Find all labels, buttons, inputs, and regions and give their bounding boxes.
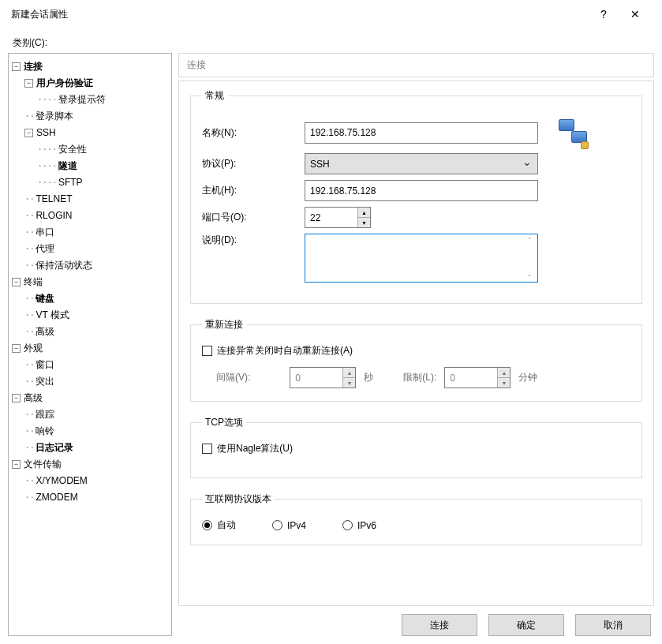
tree-tunnel[interactable]: 隧道 bbox=[58, 158, 77, 174]
limit-input bbox=[445, 368, 497, 388]
label-name: 名称(N): bbox=[202, 126, 305, 140]
tree-trace[interactable]: 跟踪 bbox=[36, 406, 54, 423]
label-limit: 限制(L): bbox=[403, 371, 436, 384]
protocol-select[interactable]: SSH bbox=[305, 153, 538, 174]
reconnect-checkbox[interactable]: 连接异常关闭时自动重新连接(A) bbox=[202, 344, 630, 358]
port-stepper[interactable]: ▲▼ bbox=[305, 207, 371, 228]
radio-auto[interactable]: 自动 bbox=[202, 519, 236, 532]
desc-textarea[interactable] bbox=[305, 234, 538, 283]
chevron-up-icon[interactable]: ˄ bbox=[528, 237, 536, 245]
checkbox-icon[interactable] bbox=[202, 346, 212, 356]
interval-unit: 秒 bbox=[364, 371, 373, 384]
category-label: 类别(C): bbox=[13, 36, 654, 50]
tree-proxy[interactable]: 代理 bbox=[36, 241, 54, 257]
window-title: 新建会话属性 bbox=[11, 8, 588, 21]
tree-logging[interactable]: 日志记录 bbox=[36, 440, 73, 456]
tree-sftp[interactable]: SFTP bbox=[58, 174, 83, 191]
minus-icon[interactable]: − bbox=[12, 278, 21, 286]
category-tree[interactable]: −连接 −用户身份验证 ····登录提示符 ··登录脚本 −SSH bbox=[8, 53, 172, 636]
tree-bell[interactable]: 响铃 bbox=[36, 423, 54, 440]
help-button[interactable]: ? bbox=[588, 8, 619, 21]
minus-icon[interactable]: − bbox=[12, 344, 21, 353]
chevron-up-icon: ▲ bbox=[343, 368, 355, 378]
group-reconnect: 重新连接 连接异常关闭时自动重新连接(A) 间隔(V): ▲▼ 秒 限制(L): bbox=[190, 318, 642, 402]
nagle-checkbox-label: 使用Nagle算法(U) bbox=[217, 442, 293, 455]
tree-login-prompt[interactable]: 登录提示符 bbox=[58, 92, 106, 108]
chevron-down-icon: ▼ bbox=[343, 378, 355, 388]
tree-zmodem[interactable]: ZMODEM bbox=[36, 489, 77, 506]
chevron-down-icon[interactable]: ˅ bbox=[528, 274, 536, 282]
chevron-up-icon[interactable]: ▲ bbox=[358, 208, 370, 218]
minus-icon[interactable]: − bbox=[24, 79, 33, 88]
tree-ssh[interactable]: SSH bbox=[36, 125, 56, 141]
tree-connection[interactable]: 连接 bbox=[24, 58, 43, 75]
limit-unit: 分钟 bbox=[518, 371, 537, 384]
name-input[interactable] bbox=[305, 122, 538, 144]
minus-icon[interactable]: − bbox=[24, 129, 33, 137]
panel-header: 连接 bbox=[178, 53, 654, 77]
interval-stepper: ▲▼ bbox=[290, 367, 356, 388]
host-input[interactable] bbox=[305, 180, 538, 201]
chevron-down-icon: ▼ bbox=[498, 378, 510, 388]
ok-button[interactable]: 确定 bbox=[488, 614, 564, 636]
label-desc: 说明(D): bbox=[202, 234, 305, 247]
tree-file-transfer[interactable]: 文件传输 bbox=[24, 456, 62, 473]
reconnect-checkbox-label: 连接异常关闭时自动重新连接(A) bbox=[217, 344, 353, 358]
group-ipver: 互联网协议版本 自动 IPv4 IPv6 bbox=[190, 492, 642, 545]
tree-advanced-term[interactable]: 高级 bbox=[36, 324, 54, 340]
chevron-up-icon: ▲ bbox=[498, 368, 510, 378]
close-button[interactable]: ✕ bbox=[619, 8, 651, 21]
network-icon bbox=[559, 119, 587, 148]
cancel-button[interactable]: 取消 bbox=[575, 614, 651, 636]
tree-telnet[interactable]: TELNET bbox=[36, 191, 72, 208]
nagle-checkbox[interactable]: 使用Nagle算法(U) bbox=[202, 442, 630, 455]
tree-security[interactable]: 安全性 bbox=[58, 141, 87, 158]
legend-tcp: TCP选项 bbox=[202, 416, 246, 429]
label-host: 主机(H): bbox=[202, 184, 305, 197]
tree-advanced[interactable]: 高级 bbox=[24, 390, 43, 406]
legend-ipver: 互联网协议版本 bbox=[202, 492, 275, 506]
label-protocol: 协议(P): bbox=[202, 157, 305, 170]
minus-icon[interactable]: − bbox=[12, 62, 21, 71]
tree-appearance[interactable]: 外观 bbox=[24, 340, 43, 357]
tree-xymodem[interactable]: X/YMODEM bbox=[36, 473, 87, 489]
tree-keyboard[interactable]: 键盘 bbox=[36, 290, 54, 307]
connect-button[interactable]: 连接 bbox=[402, 614, 477, 636]
limit-stepper: ▲▼ bbox=[444, 367, 511, 388]
minus-icon[interactable]: − bbox=[12, 460, 21, 469]
tree-rlogin[interactable]: RLOGIN bbox=[36, 208, 72, 224]
legend-reconnect: 重新连接 bbox=[202, 318, 246, 331]
chevron-down-icon[interactable]: ▼ bbox=[358, 218, 370, 227]
tree-serial[interactable]: 串口 bbox=[36, 224, 54, 241]
tree-window[interactable]: 窗口 bbox=[36, 357, 54, 373]
tree-highlight[interactable]: 突出 bbox=[36, 373, 54, 390]
radio-ipv6[interactable]: IPv6 bbox=[342, 520, 376, 531]
port-input[interactable] bbox=[305, 208, 357, 227]
tree-keepalive[interactable]: 保持活动状态 bbox=[36, 257, 92, 274]
radio-ipv4[interactable]: IPv4 bbox=[272, 520, 306, 531]
group-general: 常规 名称(N): 协议(P): SSH bbox=[190, 89, 642, 304]
checkbox-icon[interactable] bbox=[202, 444, 212, 454]
label-port: 端口号(O): bbox=[202, 211, 305, 224]
titlebar: 新建会话属性 ? ✕ bbox=[0, 0, 662, 28]
label-interval: 间隔(V): bbox=[216, 371, 250, 384]
tree-user-auth[interactable]: 用户身份验证 bbox=[36, 75, 93, 92]
tree-login-script[interactable]: 登录脚本 bbox=[36, 108, 73, 125]
tree-terminal[interactable]: 终端 bbox=[24, 274, 43, 290]
legend-general: 常规 bbox=[202, 89, 227, 103]
tree-vtmode[interactable]: VT 模式 bbox=[36, 307, 69, 324]
interval-input bbox=[290, 368, 342, 388]
minus-icon[interactable]: − bbox=[12, 394, 21, 402]
group-tcp: TCP选项 使用Nagle算法(U) bbox=[190, 416, 642, 478]
